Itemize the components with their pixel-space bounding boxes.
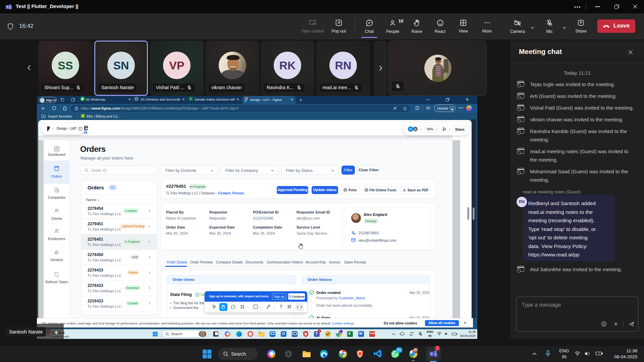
svg-text:T: T [7,5,9,9]
svg-text:T: T [431,352,433,356]
